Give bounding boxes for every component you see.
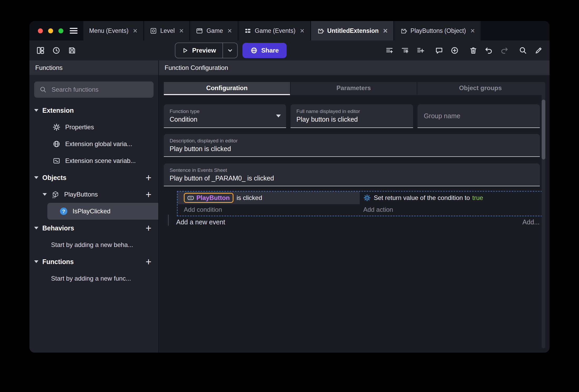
tab-game[interactable]: Game ×	[190, 21, 238, 40]
zoom-window-button[interactable]	[58, 28, 63, 33]
share-button[interactable]: Share	[242, 43, 287, 58]
item-properties[interactable]: Properties	[29, 119, 158, 136]
sentence-field[interactable]: Sentence in Events Sheet Play button of …	[164, 163, 540, 186]
add-behavior-button[interactable]: +	[146, 223, 151, 233]
events-sheet-icon	[244, 27, 251, 34]
function-type-select[interactable]: Function type Condition	[164, 104, 286, 128]
section-behaviors[interactable]: Behaviors +	[29, 220, 158, 236]
add-other-event-icon[interactable]	[416, 46, 425, 55]
item-label: IsPlayClicked	[73, 208, 110, 215]
add-event-icon[interactable]	[385, 46, 394, 55]
globe-icon	[53, 140, 60, 148]
close-tab-icon[interactable]: ×	[383, 27, 388, 35]
chevron-down-icon	[34, 260, 38, 263]
scene-variables-icon	[53, 157, 60, 165]
save-icon[interactable]	[68, 46, 76, 55]
functions-empty-hint: Start by adding a new func...	[29, 270, 158, 287]
close-tab-icon[interactable]: ×	[300, 27, 304, 35]
edit-wand-icon[interactable]	[534, 46, 543, 55]
add-condition-link[interactable]: Add condition	[177, 204, 360, 216]
search-icon	[39, 86, 47, 93]
section-label: Behaviors	[42, 224, 74, 232]
tab-menu-events[interactable]: Menu (Events) ×	[83, 21, 143, 40]
tab-label: Game	[206, 27, 223, 34]
scrollbar-thumb[interactable]	[542, 100, 545, 159]
undo-icon[interactable]	[485, 46, 493, 55]
tab-game-events[interactable]: Game (Events) ×	[238, 21, 310, 40]
add-object-button[interactable]: +	[146, 173, 151, 183]
minimize-window-button[interactable]	[48, 28, 53, 33]
gear-icon	[363, 194, 374, 202]
tab-configuration[interactable]: Configuration	[164, 82, 290, 95]
close-tab-icon[interactable]: ×	[470, 27, 475, 35]
chevron-down-icon	[34, 176, 38, 179]
close-tab-icon[interactable]: ×	[133, 27, 138, 35]
group-name-field[interactable]	[418, 104, 540, 128]
item-extension-global-variables[interactable]: Extension global varia...	[29, 136, 158, 152]
item-label: PlayButtons	[64, 191, 98, 198]
puzzle-icon	[400, 27, 407, 34]
condition-row[interactable]: PlayButton is clicked	[177, 192, 360, 204]
add-more-link[interactable]: Add...	[522, 218, 540, 226]
tab-label: Menu (Events)	[89, 27, 129, 34]
add-subevent-icon[interactable]	[401, 46, 409, 55]
field-value: Condition	[170, 116, 280, 123]
section-objects[interactable]: Objects +	[29, 169, 158, 186]
clapperboard-icon	[196, 27, 203, 34]
action-text: Set return value of the condition to	[374, 194, 470, 202]
item-isplayclicked-selected[interactable]: ? IsPlayClicked	[47, 203, 158, 220]
item-label: Extension scene variab...	[65, 157, 136, 164]
redo-icon[interactable]	[500, 46, 509, 55]
tab-parameters[interactable]: Parameters	[290, 82, 417, 95]
scrollbar-track[interactable]	[542, 82, 545, 348]
preview-button[interactable]: Preview	[175, 43, 238, 58]
add-new-event-link[interactable]: Add a new event	[176, 218, 225, 226]
section-functions[interactable]: Functions +	[29, 253, 158, 270]
tab-untitled-extension[interactable]: UntitledExtension ×	[311, 21, 393, 40]
add-action-link[interactable]: Add action	[360, 204, 542, 216]
history-icon[interactable]	[52, 46, 60, 55]
tab-label: Level	[160, 27, 175, 34]
add-event-row: Add a new event Add...	[176, 218, 540, 226]
full-name-field[interactable]: Full name displayed in editor Play butto…	[291, 104, 413, 128]
comment-icon[interactable]	[435, 46, 443, 55]
actions-column: Set return value of the condition to tru…	[360, 192, 542, 216]
event-selected[interactable]: PlayButton is clicked Add condition Set …	[177, 191, 542, 216]
search-icon[interactable]	[519, 46, 527, 55]
traffic-lights	[29, 21, 70, 40]
sidebar-header: Functions	[29, 60, 158, 75]
conditions-column: PlayButton is clicked Add condition	[177, 192, 360, 216]
condition-text: is clicked	[237, 194, 262, 202]
section-extension[interactable]: Extension	[29, 102, 158, 119]
add-circle-icon[interactable]	[450, 46, 459, 55]
preview-dropdown-button[interactable]	[222, 43, 237, 58]
field-label: Description, displayed in editor	[170, 138, 534, 144]
main-header: Function Configuration	[159, 60, 550, 75]
add-function-to-object-button[interactable]: +	[146, 189, 151, 199]
chevron-down-icon	[227, 47, 233, 54]
tab-label: UntitledExtension	[327, 27, 379, 34]
close-window-button[interactable]	[38, 28, 43, 33]
search-box[interactable]	[34, 81, 154, 98]
item-playbuttons[interactable]: 2D PlayButtons +	[29, 186, 158, 203]
add-function-button[interactable]: +	[146, 257, 151, 267]
tab-playbuttons-object[interactable]: PlayButtons (Object) ×	[394, 21, 481, 40]
tab-object-groups[interactable]: Object groups	[417, 82, 544, 95]
main-menu-icon[interactable]	[70, 28, 78, 34]
group-name-input[interactable]	[423, 112, 535, 120]
tab-label: PlayButtons (Object)	[410, 27, 466, 34]
close-tab-icon[interactable]: ×	[179, 27, 184, 35]
app-window: Menu (Events) × Level × Game ×	[29, 21, 550, 353]
trash-icon[interactable]	[469, 46, 478, 55]
object-chip-playbutton[interactable]: PlayButton	[184, 193, 233, 203]
section-label: Objects	[42, 174, 67, 182]
share-label: Share	[261, 47, 279, 54]
action-row[interactable]: Set return value of the condition to tru…	[360, 192, 542, 204]
item-extension-scene-variables[interactable]: Extension scene variab...	[29, 152, 158, 169]
function-configuration-panel: Function Configuration Configuration Par…	[159, 60, 550, 353]
search-input[interactable]	[51, 86, 148, 94]
description-field[interactable]: Description, displayed in editor Play bu…	[164, 134, 540, 157]
project-manager-icon[interactable]	[36, 46, 45, 55]
close-tab-icon[interactable]: ×	[227, 27, 232, 35]
tab-level[interactable]: Level ×	[144, 21, 190, 40]
